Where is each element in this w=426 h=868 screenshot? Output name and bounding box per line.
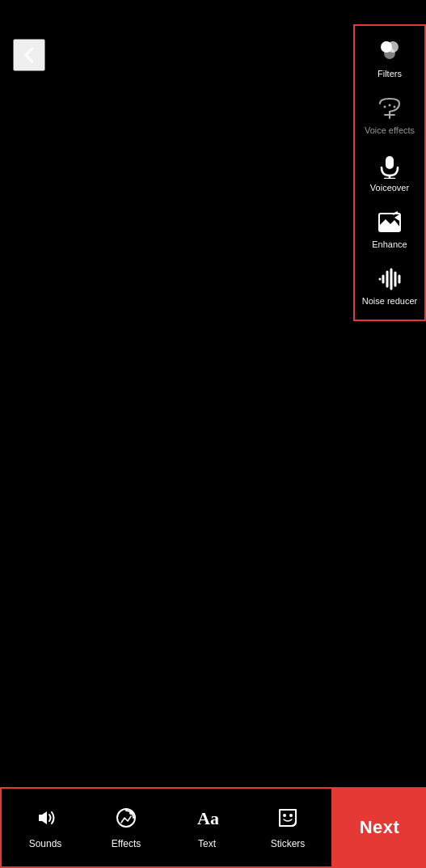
text-label: Text — [198, 838, 216, 849]
bottom-tool-stickers[interactable]: Stickers — [247, 807, 328, 849]
stickers-icon — [276, 807, 299, 835]
svg-point-3 — [384, 106, 386, 108]
svg-point-23 — [289, 814, 293, 817]
svg-marker-11 — [394, 214, 399, 221]
bottom-tool-text[interactable]: Aa Text — [167, 807, 247, 849]
voice-effects-label: Voice effects — [365, 125, 415, 136]
stickers-label: Stickers — [271, 838, 306, 849]
toolbar-item-enhance[interactable]: Enhance — [357, 203, 422, 256]
toolbar-item-filters[interactable]: Filters — [357, 32, 422, 86]
effects-icon — [115, 807, 137, 835]
svg-text:Aa: Aa — [197, 808, 218, 828]
effects-label: Effects — [112, 838, 141, 849]
enhance-label: Enhance — [372, 239, 407, 250]
bottom-bar: Sounds Effects Aa Text — [0, 787, 426, 868]
filters-icon — [377, 39, 403, 65]
voiceover-label: Voiceover — [370, 182, 409, 193]
sounds-icon — [34, 807, 57, 835]
svg-point-5 — [394, 106, 396, 108]
bottom-tools: Sounds Effects Aa Text — [0, 787, 333, 868]
toolbar-item-voiceover[interactable]: Voiceover — [357, 146, 422, 200]
sounds-label: Sounds — [29, 838, 62, 849]
svg-point-19 — [117, 809, 135, 827]
svg-rect-6 — [386, 156, 394, 169]
enhance-icon — [377, 210, 403, 235]
text-icon: Aa — [196, 807, 218, 835]
noise-reducer-icon — [377, 266, 403, 292]
next-button[interactable]: Next — [333, 787, 426, 868]
svg-marker-10 — [379, 219, 400, 231]
right-toolbar: Filters Voice effects Voiceover — [353, 24, 426, 321]
voice-effects-icon — [377, 95, 403, 121]
svg-point-4 — [389, 104, 391, 107]
svg-point-20 — [129, 811, 133, 815]
voiceover-icon — [377, 153, 403, 179]
toolbar-item-voice-effects[interactable]: Voice effects — [357, 89, 422, 142]
noise-reducer-label: Noise reducer — [362, 295, 417, 307]
back-button[interactable] — [13, 39, 45, 71]
toolbar-item-noise-reducer[interactable]: Noise reducer — [357, 260, 422, 313]
svg-point-22 — [283, 814, 286, 817]
svg-point-2 — [384, 48, 395, 59]
bottom-tool-effects[interactable]: Effects — [86, 807, 167, 849]
bottom-tool-sounds[interactable]: Sounds — [5, 807, 86, 849]
filters-label: Filters — [377, 68, 402, 79]
